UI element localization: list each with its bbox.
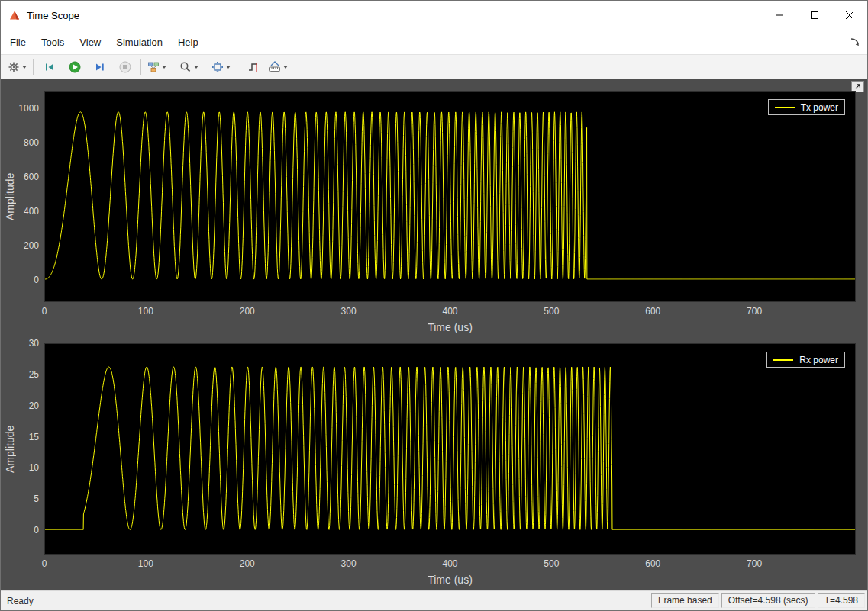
toolbar-separator — [237, 59, 237, 75]
x-tick-label: 700 — [731, 558, 777, 569]
step-back-button[interactable] — [37, 57, 62, 78]
app-icon — [8, 9, 21, 21]
settings-button[interactable] — [5, 57, 30, 78]
step-back-icon — [44, 61, 56, 73]
legend[interactable]: Tx power — [768, 99, 845, 115]
x-tick-label: 600 — [630, 306, 676, 317]
x-tick-label: 100 — [123, 558, 169, 569]
close-button[interactable] — [832, 1, 867, 30]
legend-label: Rx power — [799, 355, 838, 365]
menu-view[interactable]: View — [72, 33, 108, 52]
run-icon — [69, 61, 81, 73]
status-frame-mode: Frame based — [651, 593, 719, 608]
maximize-button[interactable] — [797, 1, 832, 30]
toolbar-separator — [33, 59, 34, 75]
legend-label: Tx power — [801, 102, 838, 113]
x-axis-label: Time (us) — [44, 574, 856, 586]
rx-waveform — [45, 367, 855, 529]
x-tick-label: 500 — [528, 306, 574, 317]
measurements-button[interactable] — [266, 57, 291, 78]
x-tick-label: 300 — [326, 306, 372, 317]
dock-arrow-icon[interactable] — [849, 36, 861, 48]
legend-line-sample — [775, 107, 795, 108]
x-tick-label: 200 — [224, 306, 270, 317]
menu-simulation[interactable]: Simulation — [108, 33, 170, 52]
stop-icon — [119, 61, 131, 73]
window-title: Time Scope — [27, 10, 79, 21]
window-controls — [762, 1, 867, 30]
scale-axes-icon — [211, 61, 224, 73]
x-tick-label: 400 — [428, 558, 473, 569]
x-tick-label: 0 — [21, 306, 67, 317]
tx-power-plot: Amplitude 02004006008001000 Tx power 010… — [1, 91, 867, 342]
x-tick-label: 700 — [731, 306, 777, 317]
status-text: Ready — [1, 596, 651, 606]
legend[interactable]: Rx power — [766, 352, 845, 368]
statusbar: Ready Frame based Offset=4.598 (secs) T=… — [1, 590, 867, 610]
y-tick-label: 800 — [1, 137, 39, 148]
scale-axes-button[interactable] — [208, 57, 234, 78]
plot-area: Amplitude 02004006008001000 Tx power 010… — [1, 79, 867, 591]
y-tick-label: 0 — [1, 525, 39, 535]
time-scope-window: Time Scope File Tools View Simulation He… — [0, 0, 868, 611]
titlebar: Time Scope — [1, 1, 867, 30]
close-icon — [846, 11, 853, 19]
x-tick-label: 0 — [21, 558, 67, 569]
status-time: T=4.598 — [818, 593, 865, 608]
x-tick-label: 600 — [630, 558, 676, 569]
toolbar-separator — [173, 59, 173, 75]
minimize-icon — [776, 11, 783, 19]
step-forward-button[interactable] — [87, 57, 112, 78]
x-tick-label: 100 — [123, 306, 169, 317]
status-offset: Offset=4.598 (secs) — [721, 593, 815, 608]
legend-line-sample — [773, 359, 793, 361]
dropdown-arrow-icon — [194, 66, 198, 69]
stop-button[interactable] — [112, 57, 137, 78]
waveform-svg — [45, 92, 855, 301]
simulink-blocks-icon — [147, 61, 160, 73]
x-axis-ticks: 0100200300400500600700 — [1, 558, 867, 571]
dropdown-arrow-icon — [162, 66, 166, 69]
y-axis-ticks: 02004006008001000 — [1, 91, 39, 302]
x-tick-label: 500 — [528, 558, 574, 569]
y-tick-label: 5 — [1, 494, 39, 504]
y-tick-label: 20 — [1, 400, 39, 411]
toolbar — [1, 54, 867, 80]
y-tick-label: 15 — [1, 432, 39, 442]
y-tick-label: 600 — [1, 172, 39, 182]
zoom-icon — [179, 61, 192, 73]
waveform-svg — [45, 344, 855, 554]
menubar: File Tools View Simulation Help — [1, 30, 867, 54]
x-tick-label: 300 — [326, 558, 372, 569]
simulink-tools-button[interactable] — [144, 57, 169, 78]
x-axis-ticks: 0100200300400500600700 — [1, 306, 867, 318]
dropdown-arrow-icon — [283, 66, 288, 69]
arrow-up-right-icon — [854, 83, 861, 90]
menu-file[interactable]: File — [2, 33, 34, 52]
menu-tools[interactable]: Tools — [34, 33, 72, 52]
measurements-icon — [269, 61, 281, 73]
plot-canvas[interactable]: Tx power — [44, 91, 856, 302]
x-axis-label: Time (us) — [44, 321, 856, 333]
minimize-button[interactable] — [762, 1, 797, 30]
y-tick-label: 1000 — [1, 103, 39, 114]
dropdown-arrow-icon — [226, 66, 231, 69]
x-tick-label: 200 — [224, 558, 270, 569]
y-tick-label: 30 — [1, 338, 39, 349]
trigger-button[interactable] — [240, 57, 266, 78]
menu-help[interactable]: Help — [170, 33, 206, 52]
rx-power-plot: Amplitude 051015202530 Rx power 01002003… — [1, 343, 867, 595]
zoom-button[interactable] — [176, 57, 202, 78]
toolbar-separator — [140, 59, 141, 75]
trigger-icon — [247, 61, 260, 73]
plot-canvas[interactable]: Rx power — [44, 343, 856, 555]
y-tick-label: 0 — [1, 275, 39, 285]
run-button[interactable] — [62, 57, 87, 78]
tx-waveform — [45, 112, 855, 279]
maximize-icon — [811, 11, 818, 19]
y-axis-ticks: 051015202530 — [1, 343, 39, 555]
step-forward-icon — [94, 61, 106, 73]
y-tick-label: 25 — [1, 369, 39, 380]
dropdown-arrow-icon — [22, 66, 27, 69]
y-tick-label: 200 — [1, 240, 39, 251]
